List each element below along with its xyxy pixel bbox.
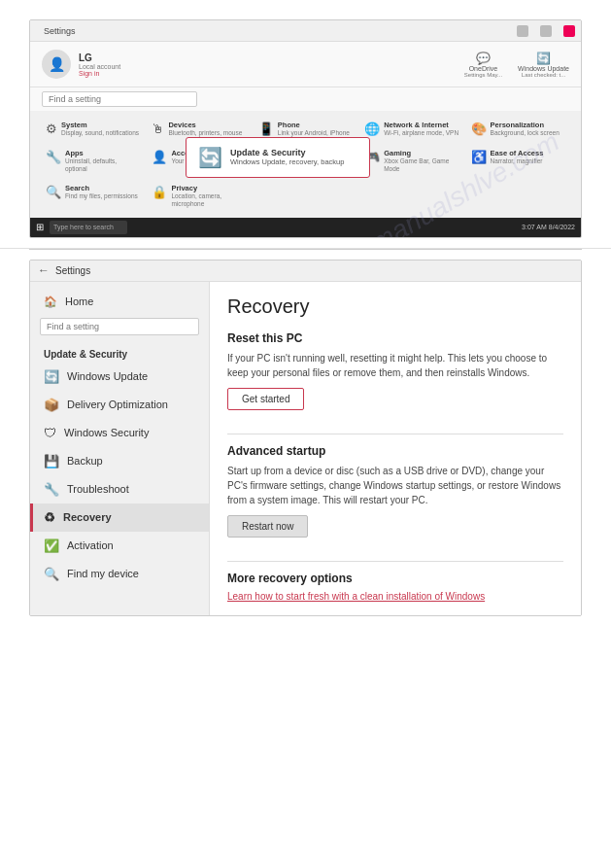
- taskbar: ⊞ Type here to search 3:07 AM 8/4/2022: [30, 218, 581, 237]
- ease-icon: ♿: [471, 150, 487, 164]
- recovery-icon: ♻: [44, 510, 55, 525]
- windows-update-icon: 🔄: [44, 369, 59, 384]
- tile-network[interactable]: 🌐 Network & InternetWi-Fi, airplane mode…: [360, 117, 462, 141]
- header-right: 💬 OneDrive Settings May... 🔄 Windows Upd…: [464, 52, 569, 78]
- backup-icon: 💾: [44, 454, 59, 469]
- taskbar-search[interactable]: Type here to search: [50, 221, 127, 234]
- more-options-title: More recovery options: [227, 572, 563, 585]
- tooltip-icon: 🔄: [198, 146, 222, 169]
- winupdate-sub: Last checked: t...: [518, 72, 569, 78]
- user-info: LG Local account Sign in: [79, 52, 120, 77]
- sidebar-item-delivery-optimization[interactable]: 📦 Delivery Optimization: [30, 391, 209, 419]
- system-icon: ⚙: [46, 122, 57, 136]
- sidebar-label-troubleshoot: Troubleshoot: [67, 483, 129, 495]
- phone-icon: 📱: [258, 122, 274, 136]
- advanced-startup-desc: Start up from a device or disc (such as …: [227, 464, 563, 507]
- get-started-button[interactable]: Get started: [227, 388, 304, 410]
- taskbar-search-label: Type here to search: [53, 224, 114, 230]
- advanced-startup-title: Advanced startup: [227, 444, 563, 458]
- sidebar-section-label: Update & Security: [30, 343, 209, 363]
- sidebar-item-troubleshoot[interactable]: 🔧 Troubleshoot: [30, 475, 209, 503]
- window-titlebar: Settings: [30, 20, 581, 42]
- user-name: LG: [79, 52, 120, 63]
- sidebar-item-windows-security[interactable]: 🛡 Windows Security: [30, 419, 209, 447]
- sidebar-item-backup[interactable]: 💾 Backup: [30, 447, 209, 475]
- sidebar-label-delivery: Delivery Optimization: [67, 399, 168, 410]
- taskbar-time: 3:07 AM: [522, 224, 547, 230]
- sidebar-search-wrap: [30, 314, 209, 339]
- back-button[interactable]: ←: [38, 263, 50, 277]
- user-sub1: Local account: [79, 63, 120, 70]
- titlebar-label: Settings: [55, 265, 90, 276]
- page-title: Recovery: [227, 295, 563, 318]
- maximize-icon[interactable]: [540, 25, 552, 37]
- sidebar-item-find-device[interactable]: 🔍 Find my device: [30, 560, 209, 588]
- sidebar-search-input[interactable]: [40, 318, 199, 335]
- tile-ease[interactable]: ♿ Ease of AccessNarrator, magnifier: [467, 145, 569, 177]
- tooltip-content: Update & Security Windows Update, recove…: [230, 148, 344, 167]
- sidebar-item-recovery[interactable]: ♻ Recovery: [30, 503, 209, 532]
- network-icon: 🌐: [364, 122, 380, 136]
- recovery-main: Recovery Reset this PC If your PC isn't …: [210, 282, 581, 615]
- tile-search[interactable]: 🔍 SearchFind my files, permissions: [42, 180, 144, 212]
- divider-2: [227, 561, 563, 562]
- devices-icon: 🖱: [152, 122, 164, 136]
- sidebar-item-home[interactable]: 🏠 Home: [30, 290, 209, 314]
- update-security-tooltip: 🔄 Update & Security Windows Update, reco…: [186, 137, 370, 178]
- settings-window: Settings 👤 LG Local account Sign in: [29, 19, 582, 238]
- taskbar-date: 8/4/2022: [549, 224, 575, 230]
- clean-install-link[interactable]: Learn how to start fresh with a clean in…: [227, 591, 563, 602]
- find-device-icon: 🔍: [44, 567, 59, 581]
- tile-privacy[interactable]: 🔒 PrivacyLocation, camera, microphone: [148, 180, 250, 212]
- sidebar-item-activation[interactable]: ✅ Activation: [30, 532, 209, 560]
- troubleshoot-icon: 🔧: [44, 482, 59, 497]
- onedrive-icon: 💬: [464, 52, 502, 65]
- user-signin[interactable]: Sign in: [79, 70, 120, 77]
- reset-section-title: Reset this PC: [227, 331, 563, 345]
- taskbar-clock: 3:07 AM 8/4/2022: [522, 224, 575, 230]
- tile-system[interactable]: ⚙ SystemDisplay, sound, notifications: [42, 117, 144, 141]
- apps-icon: 🔧: [46, 150, 61, 164]
- winupdate-label: Windows Update: [518, 65, 569, 72]
- personalization-icon: 🎨: [471, 122, 487, 136]
- tile-personalization[interactable]: 🎨 PersonalizationBackground, lock screen: [467, 117, 569, 141]
- sidebar-label-activation: Activation: [67, 539, 114, 551]
- activation-icon: ✅: [44, 538, 59, 553]
- recovery-body: 🏠 Home Update & Security 🔄 Windows Updat…: [30, 282, 581, 615]
- tile-apps[interactable]: 🔧 AppsUninstall, defaults, optional: [42, 145, 144, 177]
- sidebar-label-recovery: Recovery: [63, 511, 112, 523]
- top-section: Settings 👤 LG Local account Sign in: [0, 0, 611, 249]
- sidebar-label-find-device: Find my device: [67, 568, 139, 579]
- window-label: Settings: [38, 26, 76, 36]
- home-label: Home: [65, 295, 93, 307]
- tooltip-title: Update & Security: [230, 148, 344, 157]
- settings-header: 👤 LG Local account Sign in 💬 OneDrive Se…: [30, 42, 581, 87]
- home-icon: 🏠: [44, 295, 57, 308]
- avatar: 👤: [42, 50, 71, 79]
- tile-gaming[interactable]: 🎮 GamingXbox Game Bar, Game Mode: [360, 145, 462, 177]
- user-section: 👤 LG Local account Sign in: [42, 50, 449, 79]
- divider-1: [227, 434, 563, 434]
- accounts-icon: 👤: [152, 150, 167, 164]
- minimize-icon[interactable]: [517, 25, 528, 37]
- privacy-icon: 🔒: [152, 185, 167, 199]
- search-tile-icon: 🔍: [46, 185, 61, 199]
- start-button[interactable]: ⊞: [36, 222, 44, 232]
- sidebar-label-security: Windows Security: [64, 427, 149, 438]
- header-onedrive: 💬 OneDrive Settings May...: [464, 52, 502, 78]
- bottom-section: ← Settings 🏠 Home Update & Security 🔄 Wi…: [0, 250, 611, 636]
- delivery-optimization-icon: 📦: [44, 398, 59, 412]
- winupdate-icon: 🔄: [518, 52, 569, 65]
- close-icon[interactable]: [563, 25, 575, 37]
- sidebar-label-backup: Backup: [67, 455, 103, 467]
- sidebar-label-windows-update: Windows Update: [67, 370, 148, 382]
- onedrive-label: OneDrive: [464, 65, 502, 72]
- recovery-titlebar: ← Settings: [30, 260, 581, 282]
- settings-search-input[interactable]: [42, 91, 197, 107]
- settings-search-bar: [30, 87, 581, 111]
- sidebar-item-windows-update[interactable]: 🔄 Windows Update: [30, 363, 209, 391]
- windows-security-icon: 🛡: [44, 426, 56, 440]
- restart-now-button[interactable]: Restart now: [227, 515, 308, 538]
- recovery-window: ← Settings 🏠 Home Update & Security 🔄 Wi…: [29, 260, 582, 616]
- recovery-sidebar: 🏠 Home Update & Security 🔄 Windows Updat…: [30, 282, 210, 615]
